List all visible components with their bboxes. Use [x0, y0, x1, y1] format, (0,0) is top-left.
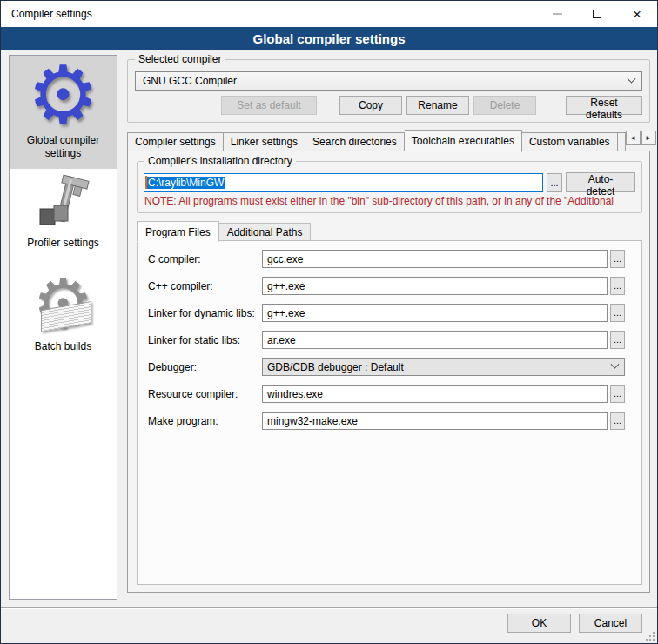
static-linker-input[interactable]: ar.exe: [262, 331, 608, 349]
c-compiler-input[interactable]: gcc.exe: [262, 250, 608, 268]
chevron-down-icon: [628, 74, 636, 83]
resource-compiler-row: Resource compiler: windres.exe ...: [148, 385, 625, 403]
reset-defaults-button[interactable]: Reset defaults: [566, 96, 642, 115]
compiler-select-value: GNU GCC Compiler: [143, 75, 628, 87]
resize-grip[interactable]: [646, 632, 655, 641]
field-value: g++.exe: [267, 307, 305, 319]
sidebar-item-global-compiler-settings[interactable]: ⚙ Global compiler settings: [10, 56, 117, 169]
close-button[interactable]: ×: [617, 1, 657, 27]
selected-path-text: C:\raylib\MinGW: [147, 177, 225, 189]
toolchain-executables-page: Compiler's installation directory C:\ray…: [127, 151, 650, 593]
dialog-banner: Global compiler settings: [1, 27, 657, 50]
resource-compiler-input[interactable]: windres.exe: [262, 385, 608, 403]
static-linker-row: Linker for static libs: ar.exe ...: [148, 331, 625, 349]
make-program-row: Make program: mingw32-make.exe ...: [148, 412, 625, 430]
compiler-buttons-row: Set as default Copy Rename Delete Reset …: [135, 96, 642, 115]
minimize-button[interactable]: [537, 1, 577, 27]
tab-toolchain-executables[interactable]: Toolchain executables: [405, 130, 522, 152]
blue-gear-icon: ⚙: [27, 61, 98, 129]
compiler-settings-dialog: Compiler settings × Global compiler sett…: [0, 0, 658, 644]
maximize-button[interactable]: [577, 1, 617, 27]
close-icon: ×: [633, 7, 641, 22]
title-bar: Compiler settings ×: [1, 1, 657, 27]
sidebar-item-batch-builds[interactable]: ⚙ Batch builds: [10, 269, 117, 362]
window-title: Compiler settings: [1, 8, 537, 20]
field-value: windres.exe: [267, 388, 323, 400]
installation-directory-row: C:\raylib\MinGW ... Auto-detect: [144, 172, 635, 192]
browse-cpp-compiler-button[interactable]: ...: [610, 277, 625, 295]
field-value: gcc.exe: [267, 253, 303, 265]
installation-directory-group: Compiler's installation directory C:\ray…: [137, 161, 642, 213]
field-label: Linker for static libs:: [148, 334, 262, 346]
group-legend: Selected compiler: [135, 53, 225, 65]
cpp-compiler-row: C++ compiler: g++.exe ...: [148, 277, 625, 295]
maximize-icon: [593, 10, 601, 18]
tab-scroll-buttons: ◄ ►: [626, 131, 656, 145]
ok-button[interactable]: OK: [507, 614, 571, 633]
settings-category-list: ⚙ Global compiler settings Profiler sett…: [9, 55, 118, 600]
dialog-content: ⚙ Global compiler settings Profiler sett…: [1, 50, 657, 607]
caliper-icon: [33, 174, 94, 231]
dynamic-linker-input[interactable]: g++.exe: [262, 304, 608, 322]
gray-gear-stack-icon: ⚙: [29, 274, 98, 335]
dialog-footer: OK Cancel: [1, 607, 657, 643]
arrow-left-icon: ◄: [629, 134, 636, 142]
arrow-right-icon: ►: [645, 134, 652, 142]
field-label: Debugger:: [148, 361, 262, 373]
main-panel: Selected compiler GNU GCC Compiler Set a…: [127, 55, 650, 593]
browse-dynamic-linker-button[interactable]: ...: [610, 304, 625, 322]
debugger-select-value: GDB/CDB debugger : Default: [267, 361, 612, 373]
banner-title: Global compiler settings: [252, 31, 405, 46]
tab-search-directories[interactable]: Search directories: [306, 132, 405, 151]
window-controls: ×: [537, 1, 657, 27]
tab-compiler-settings[interactable]: Compiler settings: [127, 132, 224, 151]
copy-button[interactable]: Copy: [339, 96, 402, 115]
sidebar-item-label: Batch builds: [35, 340, 91, 353]
chevron-down-icon: [611, 360, 620, 369]
delete-button[interactable]: Delete: [473, 96, 536, 115]
field-label: C++ compiler:: [148, 280, 262, 292]
field-value: ar.exe: [267, 334, 296, 346]
debugger-select[interactable]: GDB/CDB debugger : Default: [262, 358, 625, 376]
field-label: Linker for dynamic libs:: [148, 307, 262, 319]
tab-custom-variables[interactable]: Custom variables: [522, 132, 618, 151]
bin-subdirectory-note: NOTE: All programs must exist either in …: [144, 195, 635, 207]
field-label: Resource compiler:: [148, 388, 262, 400]
settings-tab-bar: Compiler settings Linker settings Search…: [127, 130, 650, 151]
browse-c-compiler-button[interactable]: ...: [610, 250, 625, 268]
group-legend: Compiler's installation directory: [144, 155, 296, 167]
rename-button[interactable]: Rename: [406, 96, 469, 115]
sidebar-item-profiler-settings[interactable]: Profiler settings: [10, 169, 117, 258]
program-files-page: C compiler: gcc.exe ... C++ compiler: g+…: [137, 240, 642, 585]
program-files-tab-bar: Program Files Additional Paths: [137, 221, 642, 241]
tab-scroll-left-button[interactable]: ◄: [626, 131, 641, 145]
subtab-program-files[interactable]: Program Files: [137, 221, 219, 242]
cpp-compiler-input[interactable]: g++.exe: [262, 277, 608, 295]
field-label: Make program:: [148, 415, 262, 427]
browse-resource-compiler-button[interactable]: ...: [610, 385, 625, 403]
minimize-icon: [553, 13, 562, 15]
selected-compiler-group: Selected compiler GNU GCC Compiler Set a…: [127, 59, 650, 123]
tab-linker-settings[interactable]: Linker settings: [224, 132, 306, 151]
cancel-button[interactable]: Cancel: [579, 614, 642, 633]
make-program-input[interactable]: mingw32-make.exe: [262, 412, 608, 430]
subtab-additional-paths[interactable]: Additional Paths: [219, 223, 312, 241]
c-compiler-row: C compiler: gcc.exe ...: [148, 250, 625, 268]
browse-make-program-button[interactable]: ...: [610, 412, 625, 430]
tab-build-options-clipped[interactable]: Build: [618, 132, 626, 151]
field-label: C compiler:: [148, 253, 262, 265]
sidebar-item-label: Profiler settings: [27, 237, 99, 250]
compiler-select[interactable]: GNU GCC Compiler: [135, 71, 642, 91]
field-value: mingw32-make.exe: [267, 415, 358, 427]
set-as-default-button[interactable]: Set as default: [221, 96, 317, 115]
browse-directory-button[interactable]: ...: [547, 173, 562, 192]
dynamic-linker-row: Linker for dynamic libs: g++.exe ...: [148, 304, 625, 322]
browse-static-linker-button[interactable]: ...: [610, 331, 625, 349]
auto-detect-button[interactable]: Auto-detect: [566, 172, 635, 192]
installation-directory-input[interactable]: C:\raylib\MinGW: [144, 173, 543, 192]
field-value: g++.exe: [267, 280, 305, 292]
sidebar-item-label: Global compiler settings: [11, 134, 115, 160]
tab-scroll-right-button[interactable]: ►: [641, 131, 656, 145]
debugger-row: Debugger: GDB/CDB debugger : Default: [148, 358, 625, 376]
